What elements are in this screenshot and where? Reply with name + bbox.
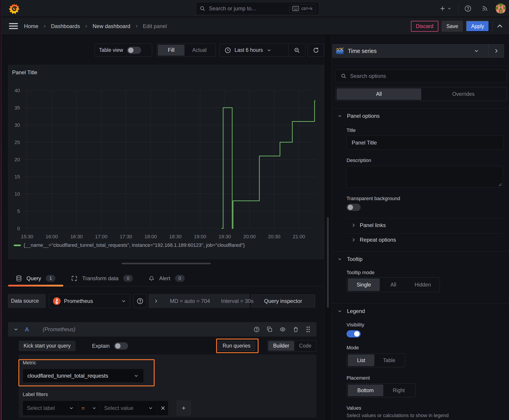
query-ref-id[interactable]: A (25, 326, 29, 333)
viz-suggestions-button[interactable] (488, 45, 504, 57)
panel-title-input[interactable]: Panel Title (347, 135, 503, 150)
rss-icon (481, 5, 488, 12)
builder-option[interactable]: Builder (268, 341, 294, 351)
news-button[interactable] (481, 5, 488, 12)
tab-bar: Query 1 Transform data 0 Alert 0 (2, 270, 324, 286)
panel-title-value: Panel Title (352, 140, 377, 146)
kick-start-button[interactable]: Kick start your query (19, 341, 76, 351)
tab-alert[interactable]: Alert 0 (141, 270, 192, 286)
tooltip-mode-hidden[interactable]: Hidden (407, 278, 439, 291)
description-textarea[interactable] (347, 166, 503, 188)
section-legend[interactable]: Legend (337, 308, 365, 314)
chevron-right-icon (84, 24, 88, 28)
add-button[interactable] (440, 5, 452, 12)
annotation-box-run-queries (216, 338, 258, 353)
transform-icon (71, 275, 77, 282)
title-label: Title (347, 128, 356, 133)
avatar[interactable] (495, 3, 506, 14)
stats-interval: Interval = 30s (221, 298, 254, 304)
add-filter-button[interactable] (177, 401, 191, 415)
collapse-query-icon[interactable] (13, 327, 19, 332)
actual-option[interactable]: Actual (184, 45, 214, 56)
panel-resize-handle[interactable] (122, 263, 211, 264)
viz-select[interactable]: Time series (333, 45, 488, 57)
table-view-toggle[interactable] (127, 47, 141, 54)
delete-query-button[interactable] (293, 326, 299, 332)
viz-name: Time series (348, 48, 470, 54)
explain-toggle[interactable] (114, 342, 128, 350)
help-icon (137, 298, 144, 304)
expand-stats-icon[interactable] (153, 299, 159, 304)
tab-transform-label: Transform data (82, 275, 119, 282)
time-range-picker[interactable]: Last 6 hours (220, 44, 289, 57)
hide-query-button[interactable] (279, 326, 286, 332)
section-panel-options[interactable]: Panel options (337, 113, 380, 119)
panel-links-section[interactable]: Panel links (351, 222, 386, 228)
search-options-input[interactable]: Search options (335, 69, 507, 82)
legend-visibility-toggle[interactable] (347, 330, 361, 338)
trash-icon (293, 326, 299, 332)
query-inspector-button[interactable]: Query inspector (251, 295, 315, 307)
options-tab-all[interactable]: All (337, 88, 421, 100)
breadcrumb-home[interactable]: Home (24, 23, 38, 29)
search-shortcut: ctrl+k (289, 4, 316, 13)
svg-text:5: 5 (17, 209, 20, 214)
explain-label: Explain (92, 343, 110, 349)
select-label-dropdown[interactable]: Select label (23, 401, 78, 415)
options-tab-overrides[interactable]: Overrides (421, 88, 506, 100)
legend-values-desc: Select values or calculations to show in… (347, 412, 449, 419)
operator-dropdown[interactable]: = (78, 401, 100, 415)
search-options-placeholder: Search options (350, 73, 386, 79)
select-value-dropdown[interactable]: Select value (100, 401, 158, 415)
breadcrumb-dashboards[interactable]: Dashboards (51, 23, 80, 29)
operator-value: = (82, 405, 92, 412)
tab-query-label: Query (26, 275, 41, 282)
duplicate-query-button[interactable] (267, 326, 273, 332)
screen-edge-strip (0, 0, 2, 420)
zoom-out-button[interactable] (289, 44, 305, 57)
fill-option[interactable]: Fill (158, 45, 184, 56)
database-icon (16, 275, 22, 282)
tooltip-mode-single[interactable]: Single (348, 278, 380, 291)
legend-values-label: Values (347, 405, 361, 411)
legend-swatch (14, 245, 21, 246)
help-button[interactable] (464, 5, 471, 12)
help-icon (254, 326, 260, 332)
repeat-options-section[interactable]: Repeat options (351, 237, 396, 243)
section-tooltip[interactable]: Tooltip (337, 256, 363, 262)
hamburger-icon (9, 22, 18, 30)
tab-query[interactable]: Query 1 (8, 270, 63, 286)
query-help-button[interactable] (254, 326, 260, 332)
refresh-button[interactable] (308, 44, 324, 57)
datasource-picker[interactable]: Prometheus (49, 294, 130, 308)
tooltip-mode-all[interactable]: All (380, 278, 407, 291)
legend-mode-table[interactable]: Table (374, 354, 404, 366)
search-box[interactable]: Search or jump to... ctrl+k (196, 2, 319, 15)
remove-filter-button[interactable] (157, 401, 168, 415)
discard-button[interactable]: Discard (411, 21, 438, 32)
datasource-help-button[interactable] (133, 294, 147, 308)
description-label: Description (347, 158, 371, 163)
help-icon (464, 5, 471, 12)
chevron-right-icon (493, 48, 499, 54)
query-row-header[interactable]: A (Prometheus) (8, 322, 316, 337)
main-scrollbar[interactable] (327, 217, 329, 308)
legend-placement-bottom[interactable]: Bottom (348, 384, 383, 396)
tab-transform[interactable]: Transform data 0 (63, 270, 141, 286)
search-placeholder: Search or jump to... (209, 5, 286, 12)
legend-mode-list[interactable]: List (348, 354, 374, 366)
menu-button[interactable] (9, 22, 18, 30)
breadcrumb-new-dashboard[interactable]: New dashboard (92, 23, 130, 29)
transparent-background-toggle[interactable] (347, 204, 361, 211)
legend-mode-label: Mode (347, 345, 359, 351)
legend-placement-right[interactable]: Right (383, 384, 414, 396)
legend-label[interactable]: {__name__="cloudflared_tunnel_total_requ… (23, 242, 245, 248)
chevron-right-icon (351, 237, 356, 242)
code-option[interactable]: Code (294, 341, 316, 351)
save-button[interactable]: Save (442, 21, 463, 32)
panel-title[interactable]: Panel Title (12, 69, 37, 76)
collapse-button[interactable] (496, 22, 504, 30)
drag-query-handle[interactable] (306, 326, 311, 333)
apply-button[interactable]: Apply (466, 21, 489, 32)
grafana-logo[interactable] (9, 4, 19, 14)
